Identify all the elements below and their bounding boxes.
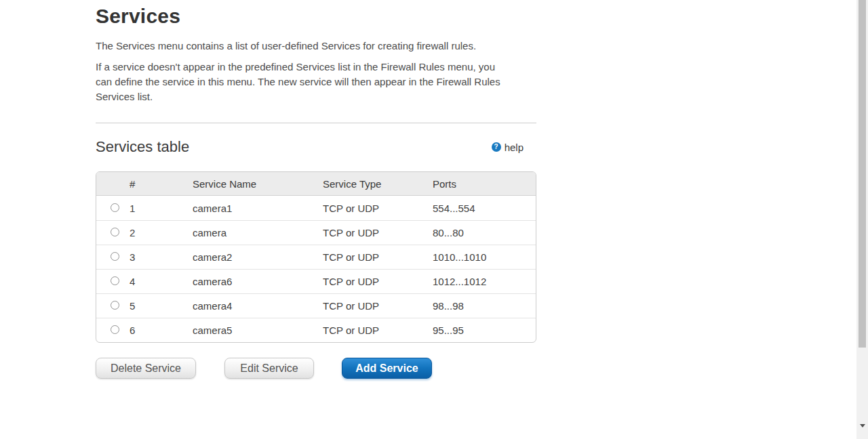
scrollbar-thumb[interactable] bbox=[859, 0, 866, 348]
help-link[interactable]: ? help bbox=[492, 142, 524, 153]
service-ports: 98...98 bbox=[433, 300, 536, 312]
row-radio-button[interactable] bbox=[111, 301, 119, 310]
help-link-label: help bbox=[505, 142, 524, 153]
row-radio-button[interactable] bbox=[111, 228, 119, 236]
column-header-service-name: Service Name bbox=[193, 178, 323, 190]
service-ports: 95...95 bbox=[433, 325, 536, 336]
description-line: Services list. bbox=[96, 89, 536, 104]
section-divider bbox=[96, 123, 536, 123]
service-name: camera bbox=[193, 227, 323, 238]
description-line: If a service doesn't appear in the prede… bbox=[96, 60, 536, 75]
row-radio-button[interactable] bbox=[111, 325, 119, 334]
service-ports: 80...80 bbox=[433, 227, 536, 238]
row-number: 5 bbox=[130, 300, 193, 312]
service-type: TCP or UDP bbox=[323, 325, 433, 336]
description-line: can define the service in this menu. The… bbox=[96, 75, 536, 89]
table-row[interactable]: 3 camera2 TCP or UDP 1010...1010 bbox=[96, 245, 536, 269]
service-type: TCP or UDP bbox=[323, 203, 433, 214]
row-number: 1 bbox=[130, 203, 193, 214]
service-type: TCP or UDP bbox=[323, 227, 433, 238]
column-header-number: # bbox=[130, 178, 193, 190]
add-service-button[interactable]: Add Service bbox=[342, 358, 432, 379]
service-type: TCP or UDP bbox=[323, 300, 433, 312]
row-radio-button[interactable] bbox=[111, 276, 119, 285]
radio-cell bbox=[96, 325, 130, 336]
service-name: camera4 bbox=[193, 300, 323, 312]
service-type: TCP or UDP bbox=[323, 276, 433, 287]
delete-service-button[interactable]: Delete Service bbox=[96, 358, 196, 379]
table-row[interactable]: 5 camera4 TCP or UDP 98...98 bbox=[96, 293, 536, 318]
table-row[interactable]: 1 camera1 TCP or UDP 554...554 bbox=[96, 196, 536, 220]
table-row[interactable]: 4 camera6 TCP or UDP 1012...1012 bbox=[96, 269, 536, 293]
section-header: Services table ? help bbox=[96, 138, 536, 156]
action-buttons: Delete Service Edit Service Add Service bbox=[96, 358, 536, 379]
section-title: Services table bbox=[96, 138, 189, 156]
description-text: If a service doesn't appear in the prede… bbox=[96, 60, 536, 104]
row-number: 4 bbox=[130, 276, 193, 287]
page-title: Services bbox=[96, 4, 536, 28]
row-number: 3 bbox=[130, 251, 193, 263]
column-header-service-type: Service Type bbox=[323, 178, 433, 190]
row-number: 6 bbox=[130, 325, 193, 336]
edit-service-button[interactable]: Edit Service bbox=[224, 358, 314, 379]
service-ports: 1010...1010 bbox=[433, 251, 536, 263]
table-row[interactable]: 6 camera5 TCP or UDP 95...95 bbox=[96, 318, 536, 342]
vertical-scrollbar[interactable] bbox=[856, 0, 868, 439]
service-name: camera6 bbox=[193, 276, 323, 287]
row-number: 2 bbox=[130, 227, 193, 238]
service-name: camera5 bbox=[193, 325, 323, 336]
chevron-down-icon bbox=[860, 424, 865, 427]
radio-cell bbox=[96, 227, 130, 238]
service-ports: 1012...1012 bbox=[433, 276, 536, 287]
services-table: # Service Name Service Type Ports 1 came… bbox=[96, 171, 536, 343]
service-ports: 554...554 bbox=[433, 203, 536, 214]
radio-cell bbox=[96, 300, 130, 312]
scrollbar-down-button[interactable] bbox=[856, 421, 868, 430]
service-name: camera2 bbox=[193, 251, 323, 263]
help-icon: ? bbox=[492, 142, 501, 152]
radio-cell bbox=[96, 251, 130, 263]
column-header-ports: Ports bbox=[433, 178, 536, 190]
service-name: camera1 bbox=[193, 203, 323, 214]
main-content: Services The Services menu contains a li… bbox=[96, 0, 536, 379]
table-row[interactable]: 2 camera TCP or UDP 80...80 bbox=[96, 220, 536, 245]
row-radio-button[interactable] bbox=[111, 252, 119, 261]
row-radio-button[interactable] bbox=[111, 203, 119, 212]
radio-cell bbox=[96, 203, 130, 214]
table-header-row: # Service Name Service Type Ports bbox=[96, 172, 536, 196]
service-type: TCP or UDP bbox=[323, 251, 433, 263]
radio-cell bbox=[96, 276, 130, 287]
intro-text: The Services menu contains a list of use… bbox=[96, 39, 536, 53]
